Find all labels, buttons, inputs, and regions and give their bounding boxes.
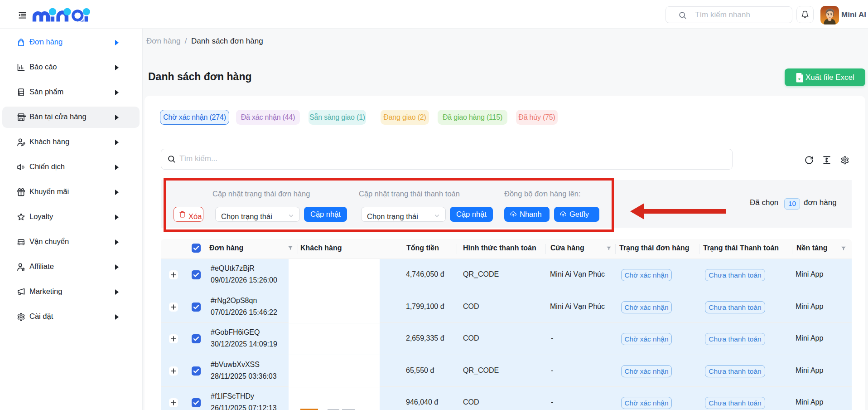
svg-text:x: x: [798, 76, 801, 81]
